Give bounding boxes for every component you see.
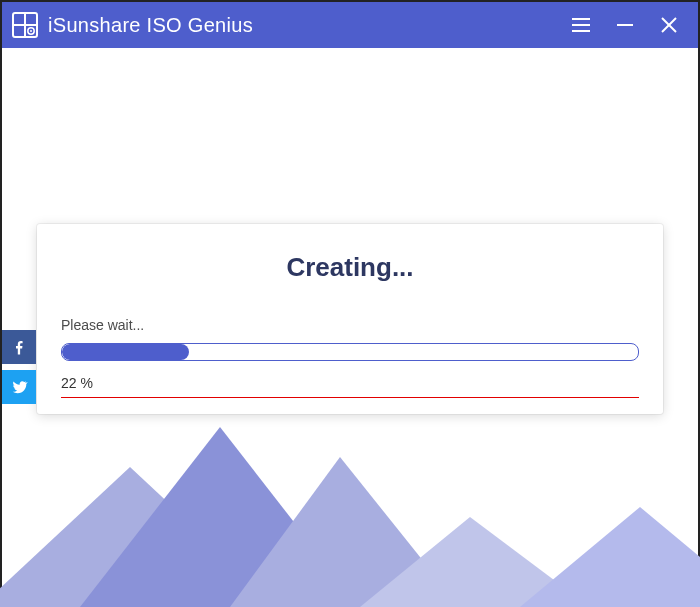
- svg-marker-14: [360, 517, 590, 607]
- svg-marker-12: [80, 427, 360, 607]
- social-rail: [2, 330, 36, 404]
- underline-divider: [61, 397, 639, 398]
- app-logo-icon: [12, 12, 38, 38]
- svg-marker-13: [230, 457, 460, 607]
- progress-bar: [61, 343, 639, 361]
- menu-icon: [572, 18, 590, 32]
- progress-fill: [62, 344, 189, 360]
- close-icon: [660, 16, 678, 34]
- menu-button[interactable]: [570, 14, 592, 36]
- dialog-heading: Creating...: [61, 252, 639, 283]
- svg-marker-15: [520, 507, 700, 607]
- app-title: iSunshare ISO Genius: [48, 14, 253, 37]
- titlebar-controls: [570, 14, 690, 36]
- wait-label: Please wait...: [61, 317, 639, 333]
- minimize-icon: [616, 16, 634, 34]
- close-button[interactable]: [658, 14, 680, 36]
- mountain-decoration: [0, 397, 700, 607]
- twitter-icon: [10, 378, 28, 396]
- svg-point-4: [30, 30, 32, 32]
- progress-dialog: Creating... Please wait... 22 %: [37, 224, 663, 414]
- facebook-button[interactable]: [2, 330, 36, 364]
- progress-percent-label: 22 %: [61, 375, 639, 391]
- titlebar: iSunshare ISO Genius: [2, 2, 698, 48]
- twitter-button[interactable]: [2, 370, 36, 404]
- facebook-icon: [10, 338, 28, 356]
- minimize-button[interactable]: [614, 14, 636, 36]
- app-window: iSunshare ISO Genius: [0, 0, 700, 607]
- svg-marker-11: [0, 467, 280, 607]
